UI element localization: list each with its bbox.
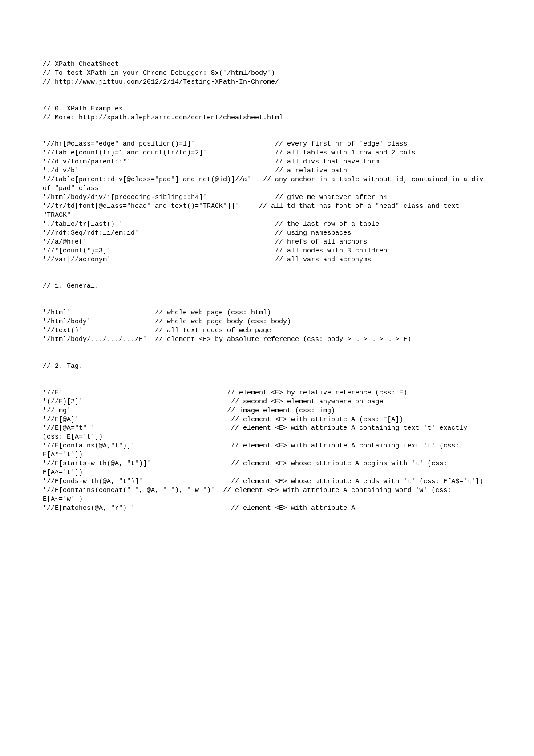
code-expr: '/html/body' (43, 318, 91, 325)
code-comment: // a relative path (275, 167, 347, 175)
code-comment: // whole web page (css: html) (155, 309, 271, 317)
code-comment: // hrefs of all anchors (275, 238, 367, 246)
code-comment: // all vars and acronyms (275, 256, 371, 264)
code-comment: // the last row of a table (275, 220, 379, 228)
code-expr: '//tr/td[font[@class="head" and text()="… (43, 203, 239, 210)
code-expr: '/html/body/div/*[preceding-sibling::h4]… (43, 194, 207, 201)
code-comment: // all tables with 1 row and 2 cols (275, 149, 415, 157)
code-expr: '//E[contains(@A,"t")]' (43, 442, 135, 450)
code-comment: // element <E> by absolute reference (cs… (155, 336, 411, 343)
source-url-line: // http://www.jittuu.com/2012/2/14/Testi… (43, 78, 279, 86)
code-comment: // all nodes with 3 children (275, 247, 387, 255)
code-comment: // image element (css: img) (227, 407, 335, 415)
code-comment: // second <E> element anywhere on page (231, 398, 383, 406)
code-comment: // element <E> with attribute A (231, 504, 355, 512)
code-expr: '(//E)[2]' (43, 398, 83, 406)
code-expr: '//E[@A="t"]' (43, 424, 95, 432)
code-expr: '//E' (43, 389, 63, 397)
code-expr: '//div/form/parent::*' (43, 158, 131, 166)
code-comment: // every first hr of 'edge' class (275, 140, 407, 148)
code-expr: '/html/body/.../.../.../E' (43, 336, 147, 343)
code-comment: // element <E> by relative reference (cs… (227, 389, 407, 397)
code-comment: // all divs that have form (275, 158, 379, 166)
code-comment: // whole web page body (css: body) (155, 318, 291, 325)
code-comment: // using namespaces (275, 229, 351, 237)
document-page: // XPath CheatSheet // To test XPath in … (0, 0, 534, 756)
code-expr: './table/tr[last()]' (43, 220, 123, 228)
title-line: // XPath CheatSheet (43, 61, 119, 68)
code-expr: '//E[ends-with(@A, "t")]' (43, 478, 143, 485)
code-expr: '//rdf:Seq/rdf:li/em:id' (43, 229, 139, 237)
code-expr: '//*[count(*)=3]' (43, 247, 111, 255)
code-comment: // element <E> with attribute A (css: E[… (231, 416, 403, 423)
code-expr: '//E[starts-with(@A, "t")]' (43, 460, 151, 467)
code-expr: '//table[parent::div[@class="pad"] and n… (43, 176, 251, 183)
code-comment: // element <E> whose attribute A ends wi… (231, 478, 483, 485)
code-expr: '//img' (43, 407, 71, 415)
code-comment: // give me whatever after h4 (275, 194, 387, 201)
code-expr: '//var|//acronym' (43, 256, 111, 264)
section-0-label: // 0. XPath Examples. (43, 105, 127, 113)
code-expr: '//text()' (43, 327, 83, 334)
code-expr: '//hr[@class="edge" and position()=1]' (43, 140, 195, 148)
section-0-more: // More: http://xpath.alephzarro.com/con… (43, 114, 283, 122)
code-comment: // all text nodes of web page (155, 327, 271, 334)
code-expr: '//table[count(tr)=1 and count(tr/td)=2]… (43, 149, 207, 157)
code-expr: '//E[matches(@A, "r")]' (43, 504, 135, 512)
code-expr: './div/b' (43, 167, 79, 175)
code-expr: '//E[@A]' (43, 416, 79, 423)
code-expr: '//a/@href' (43, 238, 87, 246)
section-1-label: // 1. General. (43, 282, 99, 290)
section-2-label: // 2. Tag. (43, 362, 83, 370)
code-expr: '//E[contains(concat(" ", @A, " "), " w … (43, 487, 215, 494)
debug-hint-line: // To test XPath in your Chrome Debugger… (43, 69, 275, 77)
code-expr: '/html' (43, 309, 71, 317)
